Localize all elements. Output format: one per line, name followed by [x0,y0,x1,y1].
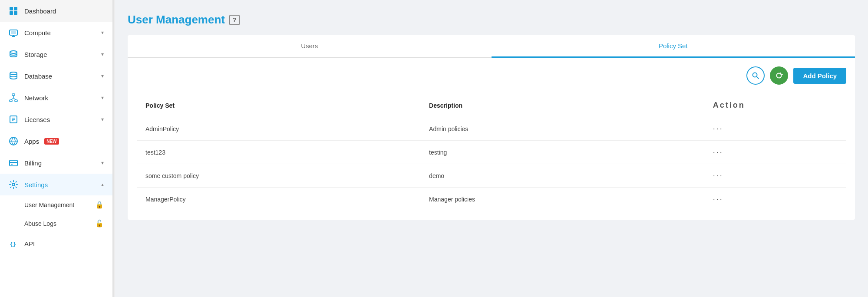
col-header-policy-set: Policy Set [137,94,421,117]
table-row: some custom policy demo ··· [137,164,846,188]
sidebar-item-label-storage: Storage [24,51,47,58]
sidebar-item-network[interactable]: Network ▾ [0,87,112,109]
svg-line-15 [13,98,16,100]
cell-policy-0: AdminPolicy [137,117,421,141]
sidebar-item-label-billing: Billing [24,159,42,167]
sidebar-item-label-dashboard: Dashboard [24,7,56,15]
sidebar-item-label-compute: Compute [24,29,51,36]
col-header-action: Action [704,94,846,117]
chevron-down-icon: ▾ [101,160,104,166]
compute-icon [9,28,19,37]
col-header-description: Description [420,94,704,117]
svg-line-14 [11,98,13,100]
toolbar: Add Policy [136,66,846,85]
tab-container: Users Policy Set [128,35,855,58]
cell-description-0: Admin policies [420,117,704,141]
cell-description-2: demo [420,164,704,188]
sidebar-item-api[interactable]: {} API [0,233,112,254]
svg-point-9 [10,72,17,75]
dashboard-icon [9,6,19,16]
sidebar-item-storage[interactable]: Storage ▾ [0,43,112,65]
policy-table: Policy Set Description Action AdminPolic… [136,93,846,211]
cell-description-3: Manager policies [420,188,704,211]
sidebar-item-label-api: API [24,240,35,248]
page-title: User Management [128,13,225,26]
chevron-down-icon: ▾ [101,51,104,57]
sidebar: Dashboard Compute ▾ Storage ▾ [0,0,113,297]
add-policy-button[interactable]: Add Policy [793,68,846,84]
api-icon: {} [9,239,19,248]
chevron-down-icon: ▾ [101,116,104,122]
cell-action-1[interactable]: ··· [704,141,846,164]
cell-action-2[interactable]: ··· [704,164,846,188]
chevron-down-icon: ▾ [101,30,104,36]
svg-rect-1 [14,7,17,10]
svg-rect-12 [15,100,17,102]
apps-icon [9,136,19,146]
chevron-up-icon: ▴ [101,182,104,188]
page-title-row: User Management ? [128,13,855,26]
sidebar-item-label-database: Database [24,73,52,80]
sidebar-item-apps[interactable]: Apps new [0,130,112,152]
table-row: test123 testing ··· [137,141,846,164]
billing-icon [9,158,19,168]
content-area: Add Policy Policy Set Description Action… [128,58,855,220]
lock-open-icon: 🔓 [95,219,104,228]
subitem-label-abuse-logs: Abuse Logs [24,220,56,227]
refresh-button[interactable] [770,66,788,85]
sidebar-item-compute[interactable]: Compute ▾ [0,22,112,43]
sidebar-item-label-apps: Apps [24,138,39,145]
svg-point-23 [12,183,15,186]
sidebar-item-database[interactable]: Database ▾ [0,65,112,87]
sidebar-subitem-abuse-logs[interactable]: Abuse Logs 🔓 [0,214,112,233]
sidebar-subitem-user-management[interactable]: User Management 🔒 [0,195,112,214]
tab-users[interactable]: Users [128,35,492,58]
svg-rect-22 [11,164,13,165]
main-content: User Management ? Users Policy Set Add P… [115,0,868,297]
cell-policy-3: ManagerPolicy [137,188,421,211]
tab-policy-set[interactable]: Policy Set [492,35,855,58]
table-row: ManagerPolicy Manager policies ··· [137,188,846,211]
svg-rect-0 [10,7,13,10]
sidebar-item-dashboard[interactable]: Dashboard [0,0,112,22]
sidebar-item-label-licenses: Licenses [24,116,50,123]
svg-rect-5 [11,31,16,34]
sidebar-item-settings[interactable]: Settings ▴ [0,174,112,195]
settings-submenu: User Management 🔒 Abuse Logs 🔓 [0,195,112,233]
cell-policy-1: test123 [137,141,421,164]
svg-rect-10 [12,94,15,96]
storage-icon [9,50,19,59]
licenses-icon [9,115,19,124]
chevron-down-icon: ▾ [101,73,104,79]
search-button[interactable] [746,66,765,85]
cell-description-1: testing [420,141,704,164]
settings-icon [9,180,19,189]
sidebar-item-billing[interactable]: Billing ▾ [0,152,112,174]
cell-policy-2: some custom policy [137,164,421,188]
cell-action-0[interactable]: ··· [704,117,846,141]
svg-text:{}: {} [10,241,17,248]
database-icon [9,71,19,81]
svg-rect-2 [10,11,13,15]
lock-closed-icon: 🔒 [95,201,104,209]
subitem-label-user-management: User Management [24,201,74,208]
sidebar-item-licenses[interactable]: Licenses ▾ [0,109,112,130]
svg-point-8 [10,51,17,53]
svg-line-26 [756,76,759,79]
sidebar-item-label-network: Network [24,94,48,102]
table-row: AdminPolicy Admin policies ··· [137,117,846,141]
sidebar-item-label-settings: Settings [24,181,48,188]
chevron-down-icon: ▾ [101,95,104,101]
svg-rect-11 [10,100,12,102]
svg-rect-3 [14,11,17,15]
network-icon [9,93,19,102]
help-icon[interactable]: ? [229,15,240,25]
cell-action-3[interactable]: ··· [704,188,846,211]
new-badge: new [44,138,59,145]
svg-rect-20 [10,160,17,166]
